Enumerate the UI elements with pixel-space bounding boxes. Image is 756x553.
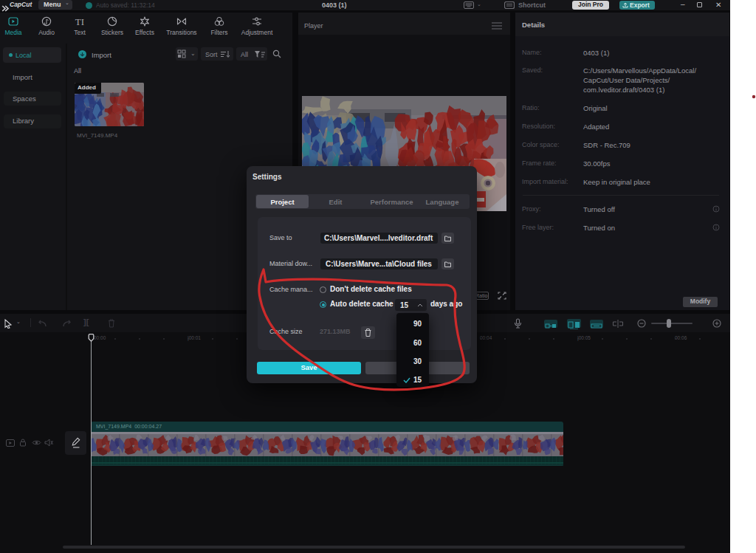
svg-text:TI: TI xyxy=(75,16,84,27)
